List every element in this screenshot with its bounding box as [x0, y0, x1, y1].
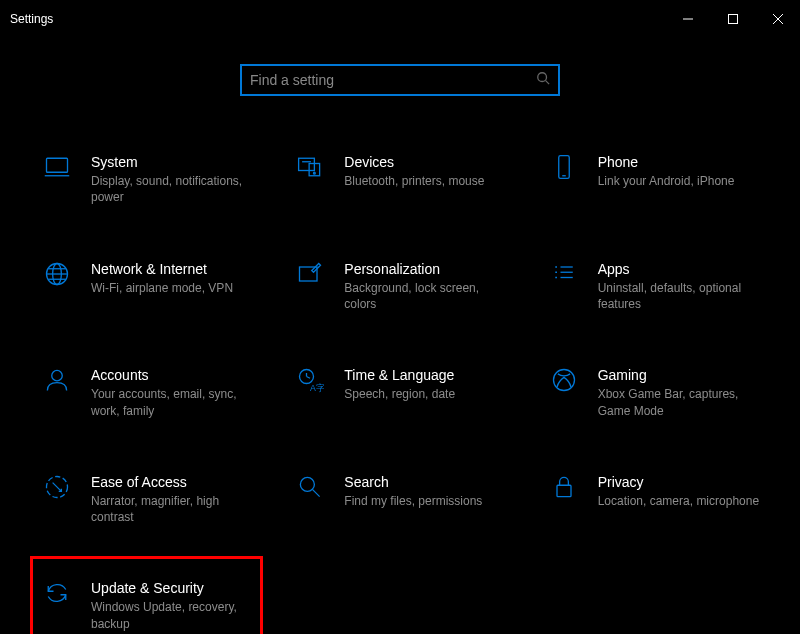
svg-point-26	[52, 371, 63, 382]
search-input[interactable]	[250, 72, 536, 88]
title-bar: Settings	[0, 4, 800, 34]
svg-rect-8	[299, 158, 315, 170]
tile-privacy[interactable]: Privacy Location, camera, microphone	[537, 466, 770, 533]
system-icon	[39, 153, 75, 181]
tile-ease-of-access[interactable]: Ease of Access Narrator, magnifier, high…	[30, 466, 263, 533]
tile-apps[interactable]: Apps Uninstall, defaults, optional featu…	[537, 253, 770, 320]
tile-desc: Background, lock screen, colors	[344, 280, 507, 312]
globe-icon	[39, 260, 75, 288]
sync-icon	[39, 579, 75, 607]
taskbar-strip	[0, 0, 800, 4]
tile-desc: Find my files, permissions	[344, 493, 507, 509]
search-tile-icon	[292, 473, 328, 501]
svg-line-29	[307, 377, 311, 379]
minimize-button[interactable]	[665, 4, 710, 34]
tile-title: Update & Security	[91, 579, 254, 597]
tile-desc: Display, sound, notifications, power	[91, 173, 254, 205]
svg-line-34	[313, 489, 320, 496]
tile-desc: Location, camera, microphone	[598, 493, 761, 509]
svg-point-10	[314, 172, 316, 174]
xbox-icon	[546, 366, 582, 394]
tile-personalization[interactable]: Personalization Background, lock screen,…	[283, 253, 516, 320]
tile-title: Ease of Access	[91, 473, 254, 491]
search-box[interactable]	[240, 64, 560, 96]
window-controls	[665, 4, 800, 34]
tile-search[interactable]: Search Find my files, permissions	[283, 466, 516, 533]
ease-of-access-icon	[39, 473, 75, 501]
tile-title: Apps	[598, 260, 761, 278]
svg-rect-35	[557, 485, 571, 496]
tile-desc: Link your Android, iPhone	[598, 173, 761, 189]
apps-icon	[546, 260, 582, 288]
svg-point-31	[553, 370, 574, 391]
search-container	[0, 64, 800, 96]
close-button[interactable]	[755, 4, 800, 34]
tile-desc: Narrator, magnifier, high contrast	[91, 493, 254, 525]
tile-desc: Speech, region, date	[344, 386, 507, 402]
tile-title: System	[91, 153, 254, 171]
tile-desc: Windows Update, recovery, backup	[91, 599, 254, 631]
tile-update-security[interactable]: Update & Security Windows Update, recove…	[30, 556, 263, 634]
tile-title: Time & Language	[344, 366, 507, 384]
tile-system[interactable]: System Display, sound, notifications, po…	[30, 146, 263, 213]
paint-icon	[292, 260, 328, 288]
tile-accounts[interactable]: Accounts Your accounts, email, sync, wor…	[30, 359, 263, 426]
search-icon	[536, 71, 550, 89]
tile-network[interactable]: Network & Internet Wi-Fi, airplane mode,…	[30, 253, 263, 320]
tile-gaming[interactable]: Gaming Xbox Game Bar, captures, Game Mod…	[537, 359, 770, 426]
tile-title: Devices	[344, 153, 507, 171]
svg-rect-12	[558, 156, 569, 179]
tile-title: Search	[344, 473, 507, 491]
settings-grid: System Display, sound, notifications, po…	[0, 96, 800, 634]
tile-desc: Uninstall, defaults, optional features	[598, 280, 761, 312]
person-icon	[39, 366, 75, 394]
tile-title: Personalization	[344, 260, 507, 278]
svg-rect-19	[300, 267, 318, 281]
window-title: Settings	[10, 12, 665, 26]
tile-phone[interactable]: Phone Link your Android, iPhone	[537, 146, 770, 213]
tile-devices[interactable]: Devices Bluetooth, printers, mouse	[283, 146, 516, 213]
tile-time-language[interactable]: A字 Time & Language Speech, region, date	[283, 359, 516, 426]
svg-text:A字: A字	[310, 383, 324, 393]
tile-title: Accounts	[91, 366, 254, 384]
maximize-button[interactable]	[710, 4, 755, 34]
tile-desc: Your accounts, email, sync, work, family	[91, 386, 254, 418]
tile-title: Network & Internet	[91, 260, 254, 278]
tile-desc: Xbox Game Bar, captures, Game Mode	[598, 386, 761, 418]
svg-line-5	[546, 81, 550, 85]
svg-rect-1	[728, 15, 737, 24]
tile-title: Phone	[598, 153, 761, 171]
tile-title: Privacy	[598, 473, 761, 491]
svg-rect-6	[47, 158, 68, 172]
tile-desc: Bluetooth, printers, mouse	[344, 173, 507, 189]
svg-point-4	[538, 73, 547, 82]
time-language-icon: A字	[292, 366, 328, 394]
tile-title: Gaming	[598, 366, 761, 384]
devices-icon	[292, 153, 328, 181]
svg-point-33	[301, 477, 315, 491]
phone-icon	[546, 153, 582, 181]
tile-desc: Wi-Fi, airplane mode, VPN	[91, 280, 254, 296]
lock-icon	[546, 473, 582, 501]
